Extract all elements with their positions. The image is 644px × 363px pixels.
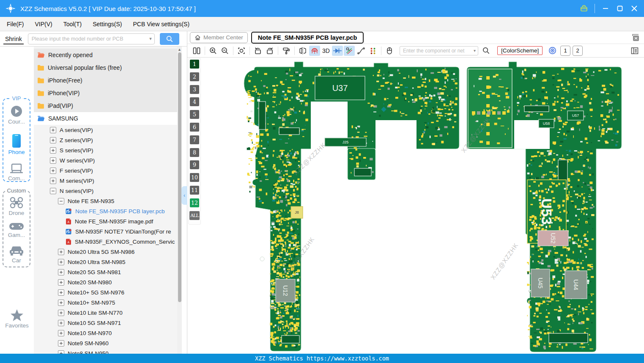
tree-item[interactable]: Note20 Ultra SM-N985 bbox=[34, 257, 177, 267]
silkscreen-lamp-button[interactable] bbox=[309, 46, 320, 56]
tree-item[interactable]: Note20 Ultra 5G SM-N986 bbox=[34, 247, 177, 257]
tree-item[interactable]: Note FE_SM-N935F PCB layer.pcb bbox=[34, 206, 177, 216]
tree-expander-expand[interactable] bbox=[50, 127, 56, 133]
layer-button-6[interactable]: 6 bbox=[190, 123, 199, 132]
layer-button-1[interactable]: 1 bbox=[190, 60, 199, 69]
split-view-button[interactable] bbox=[191, 46, 202, 56]
component-search-button[interactable] bbox=[481, 46, 492, 56]
paint-roller-button[interactable] bbox=[281, 46, 292, 56]
diode-button[interactable] bbox=[332, 46, 343, 56]
tree-item[interactable]: F series(VIP) bbox=[34, 165, 177, 176]
layer-button-3[interactable]: 3 bbox=[190, 85, 199, 94]
tree-expander-expand[interactable] bbox=[50, 137, 56, 143]
3d-view-button[interactable]: 3D bbox=[321, 46, 331, 56]
menu-item-1[interactable]: VIP(V) bbox=[35, 21, 52, 28]
tree-expander-expand[interactable] bbox=[50, 157, 56, 164]
tree-item[interactable]: iPhone(VIP) bbox=[34, 87, 177, 99]
tree-item[interactable]: N series(VIP) bbox=[34, 186, 177, 196]
tree-item[interactable]: A series(VIP) bbox=[34, 125, 177, 135]
tree-item[interactable]: Note FE SM-N935 bbox=[34, 196, 177, 206]
tree-item[interactable]: Note9 SM-N960 bbox=[34, 338, 177, 348]
tree-item[interactable]: Recently opened bbox=[34, 49, 177, 61]
zoom-in-button[interactable] bbox=[208, 46, 219, 56]
tree-item[interactable]: Note10 5G SM-N971 bbox=[34, 318, 177, 328]
tree-item[interactable]: Note10 SM-N970 bbox=[34, 328, 177, 338]
color-scheme-button[interactable]: [ColorScheme] bbox=[497, 46, 543, 55]
shrink-button[interactable]: Shrink bbox=[3, 33, 24, 44]
rotate-left-button[interactable] bbox=[252, 46, 263, 56]
sidebar-item-computer[interactable]: Com... bbox=[3, 163, 30, 182]
tree-item[interactable]: Note20 SM-N980 bbox=[34, 277, 177, 287]
color-dots-button[interactable] bbox=[367, 46, 378, 56]
layer-button-5[interactable]: 5 bbox=[190, 110, 199, 119]
view-2-button[interactable]: 2 bbox=[573, 46, 583, 56]
tab-member-center[interactable]: Member Center bbox=[190, 32, 248, 43]
tree-expander-expand[interactable] bbox=[58, 269, 64, 275]
minimize-button[interactable] bbox=[598, 0, 613, 17]
tree-scrollbar-thumb[interactable] bbox=[178, 52, 181, 302]
tree-item[interactable]: Universal popular files (free) bbox=[34, 61, 177, 74]
layer-button-11[interactable]: 11 bbox=[190, 186, 199, 195]
tree-item[interactable]: iPhone(Free) bbox=[34, 74, 177, 87]
maximize-button[interactable] bbox=[613, 0, 627, 17]
tree-expander-expand[interactable] bbox=[58, 289, 64, 296]
tree-expander-expand[interactable] bbox=[58, 249, 64, 255]
tree-item[interactable]: iPad(VIP) bbox=[34, 99, 177, 112]
model-search-box[interactable]: ▾ bbox=[28, 33, 155, 44]
tree-item[interactable]: Note8 SM-N950 bbox=[34, 348, 177, 354]
tree-item[interactable]: Z series(VIP) bbox=[34, 135, 177, 145]
menu-item-4[interactable]: PCB View settings(S) bbox=[133, 21, 189, 28]
tree-expander-expand[interactable] bbox=[58, 320, 64, 326]
component-search-box[interactable]: ▾ bbox=[400, 46, 478, 55]
tree-expander-expand[interactable] bbox=[58, 330, 64, 336]
tree-item[interactable]: SAMSUNG bbox=[34, 112, 177, 125]
sidebar-item-favorites[interactable]: Favorites bbox=[0, 309, 34, 329]
pcb-canvas[interactable]: U37J25J8U53U52U45U44U12U57U58XZZ@XZZHKXZ… bbox=[187, 58, 644, 354]
tree-item[interactable]: Note20 5G SM-N981 bbox=[34, 267, 177, 277]
tree-expander-expand[interactable] bbox=[50, 168, 56, 174]
model-search-input[interactable] bbox=[31, 36, 148, 42]
layer-button-all[interactable]: ALL bbox=[189, 211, 200, 220]
sidebar-item-phone[interactable]: Phone bbox=[3, 134, 30, 155]
measure-probe-button[interactable] bbox=[344, 46, 355, 56]
tree-expander-expand[interactable] bbox=[58, 310, 64, 316]
menu-item-2[interactable]: Tool(T) bbox=[63, 21, 82, 28]
mouse-settings-button[interactable] bbox=[384, 46, 395, 56]
close-all-tabs-icon[interactable] bbox=[631, 34, 640, 41]
chevron-down-icon[interactable]: ▾ bbox=[149, 36, 152, 41]
menu-item-3[interactable]: Settings(S) bbox=[93, 21, 122, 28]
tree-expander-expand[interactable] bbox=[50, 178, 56, 184]
sidebar-item-drone[interactable]: Drone bbox=[3, 196, 30, 216]
sidebar-item-courses[interactable]: Cour... bbox=[3, 105, 30, 125]
rotate-right-button[interactable] bbox=[264, 46, 275, 56]
layer-button-7[interactable]: 7 bbox=[190, 135, 199, 144]
model-search-button[interactable] bbox=[160, 33, 179, 45]
panel-toggle-button[interactable] bbox=[629, 46, 640, 56]
tree-item[interactable]: SM-N935F NOTE7 YiDianTong(For re bbox=[34, 226, 177, 236]
layer-button-12[interactable]: 12 bbox=[190, 198, 199, 207]
tree-item[interactable]: Note10 Lite SM-N770 bbox=[34, 308, 177, 318]
tree-expander-expand[interactable] bbox=[58, 340, 64, 346]
tree-expander-expand[interactable] bbox=[58, 259, 64, 265]
tree-item[interactable]: W series(VIP) bbox=[34, 155, 177, 165]
sidebar-item-car[interactable]: Car bbox=[3, 245, 30, 264]
menu-item-0[interactable]: File(F) bbox=[7, 21, 24, 28]
sidebar-item-game[interactable]: Gam... bbox=[3, 222, 30, 238]
tree-expander-expand[interactable] bbox=[58, 279, 64, 286]
layer-button-10[interactable]: 10 bbox=[190, 173, 199, 182]
layer-button-4[interactable]: 4 bbox=[190, 97, 199, 106]
tree-expander-collapse[interactable] bbox=[50, 188, 56, 194]
tree-item[interactable]: Note10+ SM-N975 bbox=[34, 297, 177, 308]
scrollbar-up-icon[interactable]: ▲ bbox=[177, 47, 182, 52]
tree-expander-expand[interactable] bbox=[58, 300, 64, 306]
tree-item[interactable]: S series(VIP) bbox=[34, 145, 177, 155]
layer-button-8[interactable]: 8 bbox=[190, 148, 199, 157]
tree-expander-collapse[interactable] bbox=[58, 198, 64, 204]
layer-button-9[interactable]: 9 bbox=[190, 160, 199, 169]
collapse-panel-handle[interactable]: ‹ bbox=[181, 186, 187, 205]
tree-item[interactable]: ANote FE_SM-N935F image.pdf bbox=[34, 216, 177, 226]
license-briefcase-icon[interactable] bbox=[577, 0, 591, 17]
tree-item[interactable]: Note10+ 5G SM-N976 bbox=[34, 287, 177, 297]
zoom-out-button[interactable] bbox=[219, 46, 230, 56]
close-button[interactable] bbox=[627, 0, 641, 17]
